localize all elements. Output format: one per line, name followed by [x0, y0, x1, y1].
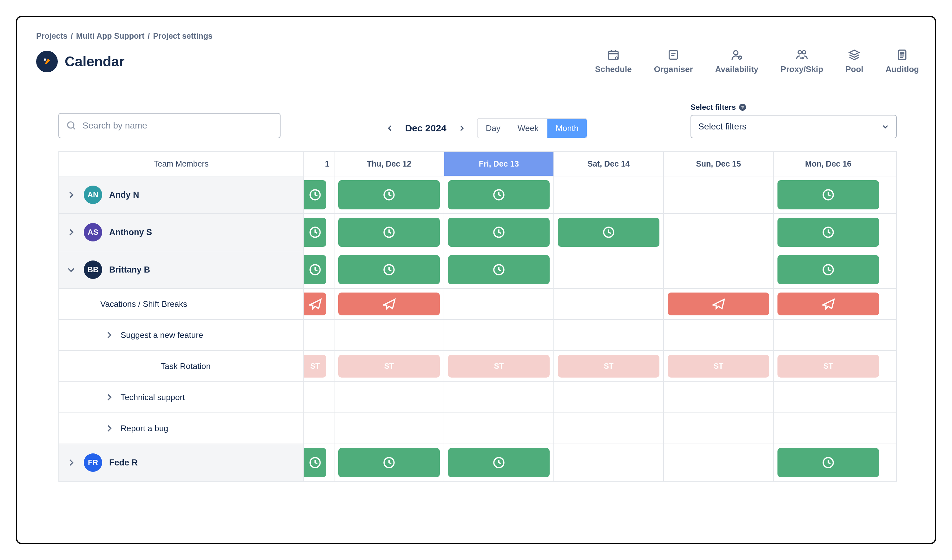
green-chip[interactable] [338, 255, 440, 284]
prev-month-button[interactable] [384, 122, 396, 134]
member-row: AS Anthony S [59, 214, 303, 251]
green-chip[interactable] [338, 448, 440, 477]
day-header[interactable]: Sat, Dec 14 [553, 152, 663, 176]
tab-availability[interactable]: Availability [715, 49, 759, 74]
red-chip[interactable] [777, 293, 879, 315]
view-week-button[interactable]: Week [509, 119, 547, 138]
view-day-button[interactable]: Day [478, 119, 509, 138]
tab-schedule[interactable]: Schedule [595, 49, 632, 74]
slot-cell [663, 251, 773, 288]
green-chip[interactable] [448, 180, 550, 210]
slot-cell [553, 289, 663, 319]
breadcrumb-link[interactable]: Projects [36, 31, 68, 41]
slot-cell [334, 444, 444, 481]
pink-chip[interactable]: ST [448, 355, 550, 378]
pink-chip[interactable]: ST [668, 355, 769, 378]
slot-cell [444, 176, 553, 213]
subrow-label: Technical support [121, 392, 185, 402]
day-header[interactable]: Fri, Dec 13 [444, 152, 553, 176]
search-input[interactable] [82, 120, 273, 131]
green-chip[interactable] [777, 448, 879, 477]
breadcrumb-link[interactable]: Project settings [153, 31, 213, 41]
day-header[interactable]: Sun, Dec 15 [663, 152, 773, 176]
view-toggle: Day Week Month [477, 118, 588, 138]
pink-chip[interactable]: ST [304, 355, 326, 378]
green-chip[interactable] [338, 218, 440, 247]
breadcrumb-link[interactable]: Multi App Support [76, 31, 145, 41]
svg-point-22 [68, 122, 74, 128]
expand-toggle[interactable] [65, 189, 77, 201]
slot-cell [663, 176, 773, 213]
availability-icon [731, 49, 743, 61]
green-chip[interactable] [777, 218, 879, 247]
slot-cell [773, 413, 883, 444]
green-chip[interactable] [777, 255, 879, 284]
slot-cell [444, 382, 553, 412]
slot-cell [303, 382, 334, 412]
view-month-button[interactable]: Month [547, 119, 587, 138]
tab-proxyskip[interactable]: Proxy/Skip [780, 49, 823, 74]
chevron-down-icon [882, 123, 889, 130]
subrow: Suggest a new feature [59, 320, 303, 350]
red-chip[interactable] [304, 293, 326, 315]
slot-cell: ST [773, 351, 883, 381]
green-chip[interactable] [448, 255, 550, 284]
slot-cell [663, 413, 773, 444]
next-month-button[interactable] [455, 122, 468, 134]
svg-rect-17 [899, 50, 906, 60]
green-chip[interactable] [777, 180, 879, 210]
expand-toggle[interactable] [104, 392, 115, 403]
expand-toggle[interactable] [104, 423, 115, 434]
help-icon[interactable]: ? [739, 104, 746, 111]
slot-cell [444, 320, 553, 350]
green-chip[interactable] [304, 255, 326, 284]
expand-toggle[interactable] [65, 457, 77, 468]
pool-icon [848, 49, 861, 61]
red-chip[interactable] [338, 293, 440, 315]
green-chip[interactable] [304, 180, 326, 210]
slot-cell [444, 251, 553, 288]
breadcrumb: Projects / Multi App Support / Project s… [36, 31, 919, 41]
day-header[interactable]: Thu, Dec 12 [334, 152, 444, 176]
search-box[interactable] [59, 113, 281, 138]
red-chip[interactable] [668, 293, 769, 315]
subrow-label: Report a bug [121, 424, 168, 433]
slot-cell [334, 320, 444, 350]
expand-toggle[interactable] [104, 329, 115, 341]
filters-select[interactable]: Select filters [691, 115, 897, 138]
slot-cell [303, 251, 334, 288]
expand-toggle[interactable] [65, 227, 77, 238]
avatar[interactable]: FR [84, 454, 102, 472]
green-chip[interactable] [448, 218, 550, 247]
tab-auditlog[interactable]: LOGAuditlog [886, 49, 919, 74]
green-chip[interactable] [558, 218, 660, 247]
expand-toggle[interactable] [65, 264, 77, 275]
subrow-label: Vacations / Shift Breaks [100, 299, 187, 309]
green-chip[interactable] [338, 180, 440, 210]
avatar[interactable]: BB [84, 261, 102, 279]
green-chip[interactable] [304, 448, 326, 477]
slot-cell [334, 413, 444, 444]
green-chip[interactable] [448, 448, 550, 477]
pink-chip[interactable]: ST [338, 355, 440, 378]
tab-pool[interactable]: Pool [845, 49, 863, 74]
pink-chip[interactable]: ST [777, 355, 879, 378]
member-row: AN Andy N [59, 176, 303, 213]
svg-point-15 [802, 51, 806, 54]
slot-cell: ST [303, 351, 334, 381]
slot-cell [303, 214, 334, 251]
pink-chip[interactable]: ST [558, 355, 660, 378]
avatar[interactable]: AS [84, 223, 102, 241]
avatar[interactable]: AN [84, 186, 102, 204]
slot-cell: ST [553, 351, 663, 381]
slot-cell [773, 289, 883, 319]
tab-organiser[interactable]: Organiser [654, 49, 693, 74]
slot-cell: ST [663, 351, 773, 381]
proxyskip-icon [796, 49, 808, 61]
slot-cell [553, 413, 663, 444]
slot-cell [773, 320, 883, 350]
day-header[interactable]: Mon, Dec 16 [773, 152, 883, 176]
slot-cell [663, 214, 773, 251]
subrow: Vacations / Shift Breaks [59, 289, 303, 319]
green-chip[interactable] [304, 218, 326, 247]
